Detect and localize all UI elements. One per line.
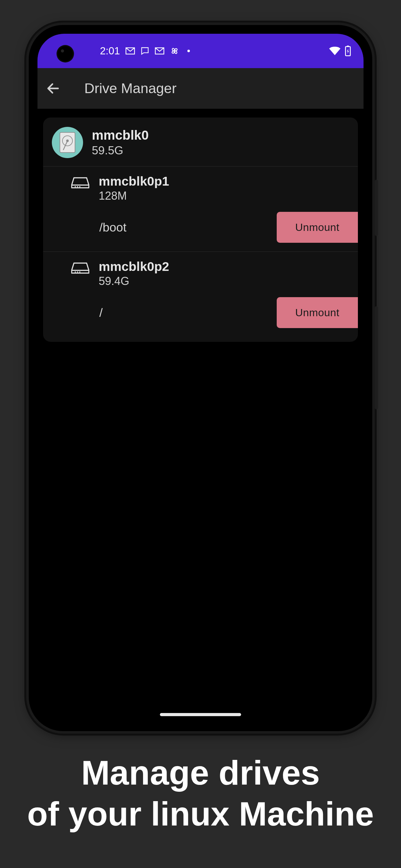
- status-time: 2:01: [100, 45, 120, 57]
- status-more-dot: [188, 50, 190, 52]
- screen: 2:01: [37, 34, 364, 722]
- partition-size: 59.4G: [99, 275, 169, 288]
- drive-icon: [71, 176, 89, 191]
- svg-point-11: [77, 271, 78, 273]
- messages-icon: [140, 46, 149, 55]
- promo-line-1: Manage drives: [27, 753, 374, 793]
- partition-name: mmcblk0p1: [99, 174, 169, 189]
- pinwheel-icon: [170, 46, 179, 56]
- mount-point: /: [99, 306, 103, 320]
- unmount-button[interactable]: Unmount: [277, 212, 358, 243]
- mount-point: /boot: [99, 221, 127, 234]
- gmail-icon: [155, 47, 164, 55]
- back-button[interactable]: [44, 79, 63, 98]
- partition-row: mmcblk0p2 59.4G / Unmount: [43, 252, 358, 342]
- svg-point-12: [79, 271, 80, 273]
- promo-line-2: of your linux Machine: [27, 795, 374, 833]
- partition-size: 128M: [99, 189, 169, 203]
- phone-volume-button: [375, 306, 378, 409]
- promo-text: Manage drives of your linux Machine: [27, 753, 374, 833]
- hdd-icon: [52, 127, 83, 158]
- phone-frame: 2:01: [29, 25, 372, 731]
- status-bar: 2:01: [37, 34, 364, 68]
- content-area: mmcblk0 59.5G: [37, 109, 364, 707]
- gmail-icon: [126, 47, 135, 55]
- svg-point-10: [75, 271, 76, 273]
- drive-size: 59.5G: [92, 144, 149, 157]
- partition-name: mmcblk0p2: [99, 259, 169, 274]
- battery-charging-icon: [345, 45, 351, 56]
- drive-name: mmcblk0: [92, 128, 149, 143]
- partition-row: mmcblk0p1 128M /boot Unmount: [43, 166, 358, 252]
- camera-hole: [58, 46, 73, 61]
- wifi-icon: [329, 46, 340, 55]
- app-bar: Drive Manager: [37, 68, 364, 109]
- svg-point-6: [75, 186, 76, 187]
- nav-bar: [37, 707, 364, 722]
- nav-handle[interactable]: [160, 713, 241, 716]
- svg-point-7: [77, 186, 78, 187]
- drive-card: mmcblk0 59.5G: [43, 118, 358, 342]
- svg-rect-2: [60, 132, 75, 153]
- drive-icon: [71, 261, 89, 276]
- phone-power-button: [375, 180, 378, 236]
- unmount-button[interactable]: Unmount: [277, 297, 358, 328]
- svg-point-8: [79, 186, 80, 187]
- svg-rect-1: [347, 45, 349, 47]
- drive-header: mmcblk0 59.5G: [43, 118, 358, 166]
- page-title: Drive Manager: [84, 80, 176, 97]
